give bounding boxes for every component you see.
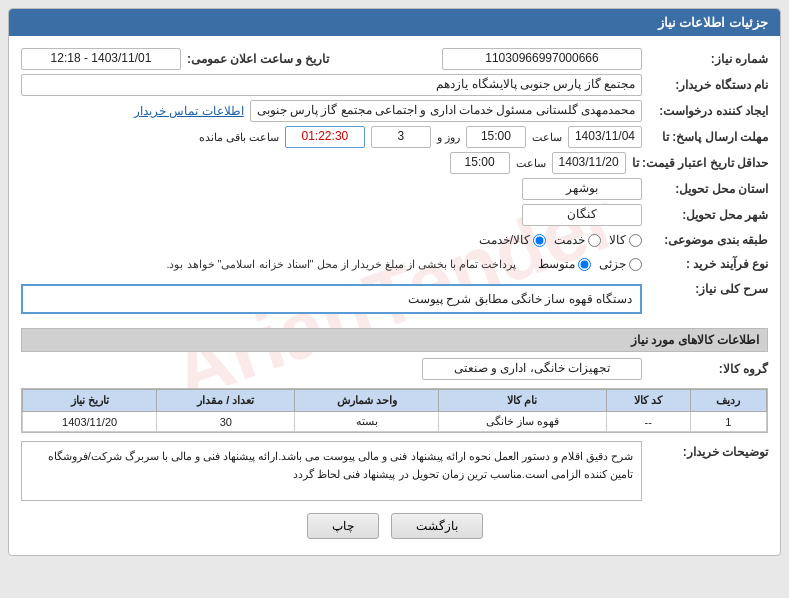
shomare-niaz-value: 11030966997000666 (442, 48, 642, 70)
shahr-value: کنگان (522, 204, 642, 226)
back-button[interactable]: بازگشت (391, 513, 483, 539)
radio-kala-label: کالا (609, 233, 626, 247)
shahr-label: شهر محل تحویل: (648, 208, 768, 222)
radio-kala[interactable]: کالا (609, 233, 642, 247)
table-cell-nam_kala: قهوه ساز خانگی (438, 412, 606, 432)
radio-motavaset-label: متوسط (538, 257, 575, 271)
table-cell-tedad: 30 (157, 412, 295, 432)
sarj-label: سرح کلی نیاز: (648, 278, 768, 296)
col-vahed: واحد شمارش (295, 390, 439, 412)
table-cell-vahed: بسته (295, 412, 439, 432)
page-title: جزئیات اطلاعات نیاز (9, 9, 780, 36)
radio-kala-khadamat-input[interactable] (533, 234, 546, 247)
hadaghal-saat: 15:00 (450, 152, 510, 174)
kalaها-section-title: اطلاعات کالاهای مورد نیاز (21, 328, 768, 352)
radio-jezei-label: جزئی (599, 257, 626, 271)
nooe-farayand-radio-group: جزئی متوسط (538, 257, 642, 271)
col-nam: نام کالا (438, 390, 606, 412)
radio-kala-input[interactable] (629, 234, 642, 247)
mohlet-rooz: 3 (371, 126, 431, 148)
radio-motavaset-input[interactable] (578, 258, 591, 271)
tarikh-elan-label: تاریخ و ساعت اعلان عمومی: (187, 52, 329, 66)
nam-dastgah-value: مجتمع گاز پارس جنوبی پالایشگاه یازدهم (21, 74, 642, 96)
ostan-label: استان محل تحویل: (648, 182, 768, 196)
tarikh-elan-value: 1403/11/01 - 12:18 (21, 48, 181, 70)
mohlet-rooz-label: روز و (437, 131, 460, 144)
shomare-niaz-label: شماره نیاز: (648, 52, 768, 66)
print-button[interactable]: چاپ (307, 513, 379, 539)
table-cell-radif: 1 (690, 412, 766, 432)
mohlet-date: 1403/11/04 (568, 126, 642, 148)
mohlet-ersal-label: مهلت ارسال پاسخ: تا (648, 130, 768, 144)
col-tarikh: تاریخ نیاز (23, 390, 157, 412)
ijad-konande-value: محمدمهدی گلستانی مسئول خدمات اداری و اجت… (250, 100, 642, 122)
table-row: 1--قهوه ساز خانگیبسته301403/11/20 (23, 412, 767, 432)
sarj-value: دستگاه قهوه ساز خانگی مطابق شرح پیوست (21, 284, 642, 314)
group-kala-label: گروه کالا: (648, 362, 768, 376)
radio-jezei-input[interactable] (629, 258, 642, 271)
pardakht-text: پرداخت تمام با بخشی از مبلغ خریدار از مح… (166, 258, 516, 271)
ettelaat-tamas-link[interactable]: اطلاعات تماس خریدار (134, 104, 244, 118)
mohlet-saat-label: ساعت (532, 131, 562, 144)
buttons-row: بازگشت چاپ (21, 513, 768, 545)
radio-khadamat-label: خدمت (554, 233, 585, 247)
radio-motavaset[interactable]: متوسط (538, 257, 591, 271)
tozihaat-label: توضیحات خریدار: (648, 441, 768, 459)
radio-kala-khadamat[interactable]: کالا/خدمت (479, 233, 546, 247)
ostan-value: بوشهر (522, 178, 642, 200)
radio-kala-khadamat-label: کالا/خدمت (479, 233, 530, 247)
kala-table-container: ردیف کد کالا نام کالا واحد شمارش تعداد /… (21, 388, 768, 433)
col-kod: کد کالا (606, 390, 690, 412)
radio-khadamat-input[interactable] (588, 234, 601, 247)
mohlet-baghimande: 01:22:30 (285, 126, 365, 148)
group-kala-value: تجهیزات خانگی، اداری و صنعتی (422, 358, 642, 380)
table-cell-tarikh: 1403/11/20 (23, 412, 157, 432)
hadaghal-date: 1403/11/20 (552, 152, 626, 174)
tabaghe-radio-group: کالا خدمت کالا/خدمت (479, 233, 642, 247)
mohlet-saat: 15:00 (466, 126, 526, 148)
tabaghe-label: طبقه بندی موضوعی: (648, 233, 768, 247)
hadaghal-saat-label: ساعت (516, 157, 546, 170)
tozihaat-value: شرح دقیق اقلام و دستور العمل نحوه ارائه … (21, 441, 642, 501)
kala-table: ردیف کد کالا نام کالا واحد شمارش تعداد /… (22, 389, 767, 432)
mohlet-baghimande-label: ساعت باقی مانده (199, 131, 279, 144)
radio-khadamat[interactable]: خدمت (554, 233, 601, 247)
col-radif: ردیف (690, 390, 766, 412)
col-tedad: تعداد / مقدار (157, 390, 295, 412)
table-cell-kod_kala: -- (606, 412, 690, 432)
ijad-konande-label: ایجاد کننده درخواست: (648, 104, 768, 118)
radio-jezei[interactable]: جزئی (599, 257, 642, 271)
nam-dastgah-label: نام دستگاه خریدار: (648, 78, 768, 92)
hadaghal-label: حداقل تاریخ اعتبار قیمت: تا (632, 156, 768, 170)
nooe-farayand-label: نوع فرآیند خرید : (648, 257, 768, 271)
